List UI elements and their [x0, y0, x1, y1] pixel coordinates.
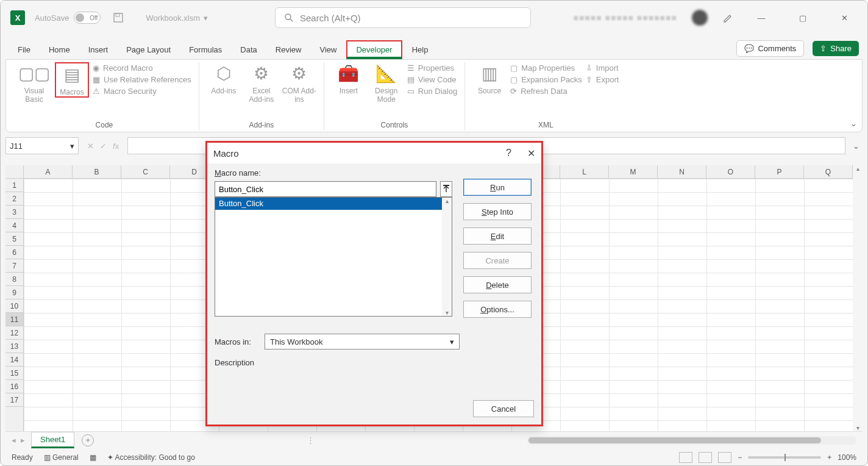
visual-basic-button[interactable]: ▢▢ Visual Basic — [17, 62, 51, 104]
edit-button[interactable]: Edit — [463, 228, 532, 245]
column-header[interactable]: C — [121, 165, 170, 178]
cancel-formula-icon[interactable]: ✕ — [87, 142, 94, 151]
dialog-title-bar[interactable]: Macro ? ✕ — [207, 143, 541, 163]
macro-security-button[interactable]: ⚠ Macro Security — [93, 87, 191, 96]
ribbon-collapse-button[interactable]: ⌄ — [850, 119, 857, 128]
row-header[interactable]: 13 — [5, 340, 23, 353]
dialog-close-button[interactable]: ✕ — [527, 148, 535, 159]
row-header[interactable]: 9 — [5, 286, 23, 299]
share-button[interactable]: ⇧ Share — [813, 41, 859, 56]
options-button[interactable]: Options... — [463, 301, 532, 318]
tab-formulas[interactable]: Formulas — [180, 41, 230, 59]
vertical-scrollbar[interactable] — [853, 165, 863, 431]
record-macro-button[interactable]: ◉ Record Macro — [93, 63, 191, 73]
comments-button[interactable]: 💬 Comments — [736, 40, 804, 57]
view-page-break-button[interactable] — [718, 452, 731, 463]
zoom-level[interactable]: 100% — [838, 453, 856, 462]
tab-home[interactable]: Home — [40, 41, 79, 59]
tab-file[interactable]: File — [9, 41, 39, 59]
row-header[interactable]: 4 — [5, 219, 23, 232]
xml-import-button[interactable]: ⇩ Import — [586, 63, 619, 73]
workbook-name[interactable]: Workbook.xlsm ▾ — [146, 13, 208, 23]
delete-button[interactable]: Delete — [463, 276, 532, 293]
sheet-next-icon[interactable]: ▸ — [21, 436, 25, 445]
status-stats-icon[interactable]: ▦ — [90, 453, 96, 462]
design-mode-button[interactable]: 📐 Design Mode — [369, 62, 404, 104]
sheet-prev-icon[interactable]: ◂ — [12, 436, 16, 445]
properties-button[interactable]: ☰ Properties — [407, 63, 457, 73]
sheet-bar-grip[interactable]: ⋮ — [302, 436, 319, 445]
tab-page-layout[interactable]: Page Layout — [118, 41, 179, 59]
column-header[interactable]: L — [560, 165, 609, 178]
macro-listbox[interactable]: Button_Click — [215, 197, 452, 317]
row-header[interactable]: 8 — [5, 273, 23, 286]
excel-addins-button[interactable]: ⚙ Excel Add-ins — [244, 62, 279, 104]
window-minimize-button[interactable]: — — [748, 9, 775, 27]
macros-in-combo[interactable]: This Workbook ▾ — [265, 334, 460, 349]
window-close-button[interactable]: ✕ — [831, 9, 858, 27]
zoom-out-button[interactable]: − — [738, 453, 742, 462]
accept-formula-icon[interactable]: ✓ — [100, 142, 107, 151]
row-header[interactable]: 14 — [5, 353, 23, 367]
cancel-button[interactable]: Cancel — [473, 400, 534, 417]
row-header[interactable]: 2 — [5, 192, 23, 206]
reference-picker-button[interactable] — [440, 181, 452, 197]
column-header[interactable]: B — [73, 165, 121, 178]
fx-icon[interactable]: fx — [113, 142, 119, 151]
row-header[interactable]: 16 — [5, 380, 23, 393]
view-normal-button[interactable] — [679, 452, 692, 463]
row-header[interactable]: 1 — [5, 179, 23, 192]
column-header[interactable]: N — [658, 165, 706, 178]
view-code-button[interactable]: ▤ View Code — [407, 75, 457, 84]
zoom-in-button[interactable]: + — [827, 453, 831, 462]
row-header[interactable]: 6 — [5, 246, 23, 259]
horizontal-scrollbar[interactable] — [527, 436, 856, 445]
name-box[interactable]: J11 ▾ — [5, 137, 79, 154]
expansion-packs-button[interactable]: ▢ Expansion Packs — [510, 75, 582, 84]
window-maximize-button[interactable]: ▢ — [789, 9, 816, 27]
xml-export-button[interactable]: ⇧ Export — [586, 75, 619, 84]
column-header[interactable]: P — [755, 165, 804, 178]
tab-insert[interactable]: Insert — [80, 41, 117, 59]
row-header[interactable]: 12 — [5, 326, 23, 340]
addins-button[interactable]: ⬡ Add-ins — [207, 62, 241, 95]
pen-icon[interactable] — [722, 12, 733, 23]
column-header[interactable]: Q — [804, 165, 853, 178]
use-relative-references-button[interactable]: ▦ Use Relative References — [93, 75, 191, 84]
row-header[interactable]: 10 — [5, 299, 23, 313]
run-button[interactable]: Run — [463, 179, 532, 196]
status-accessibility[interactable]: ✦ Accessibility: Good to go — [107, 453, 195, 462]
account-avatar[interactable] — [692, 10, 708, 26]
autosave-toggle[interactable]: AutoSave Off — [35, 12, 101, 24]
row-header[interactable]: 3 — [5, 206, 23, 219]
row-header[interactable]: 5 — [5, 232, 23, 246]
listbox-scrollbar[interactable] — [442, 198, 452, 316]
row-header[interactable]: 17 — [5, 393, 23, 407]
macros-button[interactable]: ▤ Macros — [55, 62, 89, 98]
xml-source-button[interactable]: ▥ Source — [472, 62, 507, 95]
save-icon[interactable] — [113, 12, 124, 23]
row-header[interactable]: 11 — [5, 313, 23, 326]
tab-review[interactable]: Review — [267, 41, 310, 59]
formula-expand-button[interactable]: ⌄ — [849, 142, 863, 151]
run-dialog-button[interactable]: ▭ Run Dialog — [407, 87, 457, 96]
row-header[interactable]: 15 — [5, 367, 23, 380]
map-properties-button[interactable]: ▢ Map Properties — [510, 63, 582, 73]
insert-control-button[interactable]: 🧰 Insert — [332, 62, 366, 95]
add-sheet-button[interactable]: + — [82, 434, 94, 446]
step-into-button[interactable]: Step Into — [463, 203, 532, 220]
com-addins-button[interactable]: ⚙ COM Add-ins — [282, 62, 316, 104]
select-all-corner[interactable] — [5, 165, 24, 178]
column-header[interactable]: O — [706, 165, 755, 178]
tab-view[interactable]: View — [311, 41, 345, 59]
row-header[interactable]: 7 — [5, 259, 23, 273]
tab-data[interactable]: Data — [232, 41, 265, 59]
view-page-layout-button[interactable] — [699, 452, 712, 463]
zoom-slider[interactable] — [748, 456, 821, 459]
column-header[interactable]: A — [24, 165, 73, 178]
refresh-data-button[interactable]: ⟳ Refresh Data — [510, 87, 582, 96]
sheet-tab-active[interactable]: Sheet1 — [31, 432, 74, 448]
tab-developer[interactable]: Developer — [346, 40, 402, 59]
dialog-help-button[interactable]: ? — [506, 148, 511, 159]
search-box[interactable]: Search (Alt+Q) — [275, 7, 531, 28]
